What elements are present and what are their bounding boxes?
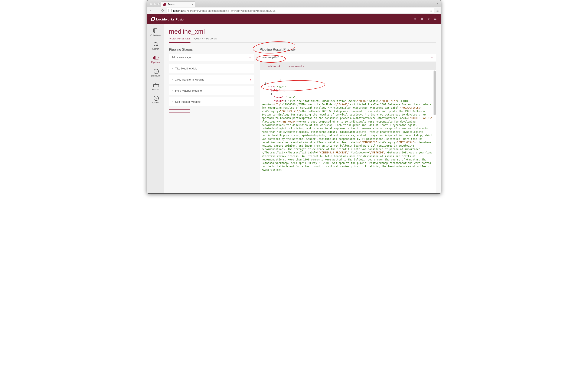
url-host: localhost <box>173 9 184 12</box>
window-minimize-icon[interactable] <box>154 3 156 5</box>
columns: Pipeline Stages Add a new stage ⌄ ≡ Tika… <box>169 48 436 193</box>
preview-tabs: edit input view results <box>260 62 436 70</box>
add-stage-label: Add a new stage <box>172 56 191 59</box>
add-stage-dropdown[interactable]: Add a new stage ⌄ <box>169 54 254 61</box>
tab-fullscreen-icon[interactable]: ⤢ <box>436 2 439 5</box>
bookmark-star-icon[interactable]: ☆ <box>429 9 432 13</box>
notifications-icon[interactable]: 🔔︎ <box>420 17 423 21</box>
scheduler-icon <box>153 69 159 74</box>
nav-forward-icon: → <box>155 8 159 13</box>
tab-close-icon[interactable]: × <box>191 3 193 6</box>
sidebar-item-label: System <box>152 101 159 104</box>
nav-reload-icon[interactable]: ⟳ <box>161 8 165 13</box>
save-button-outline[interactable] <box>169 109 190 113</box>
system-icon <box>153 95 159 101</box>
main-content: medline_xml INDEX PIPELINES QUERY PIPELI… <box>164 24 441 193</box>
sidebar-item-label: Pipelines <box>151 61 160 64</box>
preview-tab-edit-input[interactable]: edit input <box>268 64 280 68</box>
drag-handle-icon[interactable]: ≡ <box>172 78 173 81</box>
address-bar[interactable]: localhost:8764/admin/index-pipelines/med… <box>167 8 434 13</box>
pipeline-stages-heading: Pipeline Stages <box>169 48 254 52</box>
brand-name: Lucidworks Fusion <box>156 18 186 21</box>
window-zoom-icon[interactable] <box>157 3 160 5</box>
drag-handle-icon[interactable]: ≡ <box>172 89 173 92</box>
page-title: medline_xml <box>169 28 436 35</box>
sidebar-item-scheduler[interactable]: Scheduler <box>147 66 164 79</box>
stage-label: XML Transform Medline <box>175 78 205 81</box>
chevron-down-icon: ⌄ <box>431 56 433 59</box>
app-topbar: Lucidworks Fusion ⧉ 🔔︎ ? 🔒︎ <box>147 14 441 24</box>
sidebar-item-search[interactable]: Search <box>147 40 164 52</box>
search-icon <box>153 42 159 47</box>
browser-window: Fusion × ⤢ ← → ⟳ localhost:8764/admin/in… <box>147 0 441 194</box>
scrollbar[interactable] <box>434 70 436 115</box>
stage-remove-icon[interactable]: x <box>250 78 252 81</box>
browser-tabstrip: Fusion × ⤢ <box>147 0 441 7</box>
help-icon[interactable]: ? <box>428 17 429 21</box>
browser-toolbar: ← → ⟳ localhost:8764/admin/index-pipelin… <box>147 7 441 14</box>
stage-label: Solr Indexer Medline <box>175 100 200 103</box>
sidebar-item-access[interactable]: Access <box>147 80 164 92</box>
page-icon <box>168 9 171 12</box>
tab-favicon-icon <box>163 3 166 6</box>
pipelines-icon <box>153 55 159 60</box>
drag-handle-icon[interactable]: ≡ <box>172 67 173 70</box>
app-body: Collections Search Pipelines Scheduler A… <box>147 24 441 193</box>
stage-item[interactable]: ≡ Tika Medline XML <box>169 64 254 73</box>
chevron-down-icon: ⌄ <box>249 56 252 59</box>
stage-list: ≡ Tika Medline XML ≡ XML Transform Medli… <box>169 64 254 106</box>
sidebar-item-label: Access <box>152 88 159 90</box>
tab-query-pipelines[interactable]: QUERY PIPELINES <box>194 37 217 43</box>
collections-icon <box>153 28 159 33</box>
nav-back-icon[interactable]: ← <box>149 8 153 13</box>
sidebar-item-label: Scheduler <box>151 75 160 77</box>
access-icon <box>153 82 159 87</box>
sidebar-item-label: Collections <box>150 34 161 37</box>
tab-index-pipelines[interactable]: INDEX PIPELINES <box>169 37 190 43</box>
stage-label: Field Mapper Medline <box>175 89 202 92</box>
sidebar-item-collections[interactable]: Collections <box>147 26 164 38</box>
sidebar-item-label: Search <box>152 48 159 50</box>
page-tabs: INDEX PIPELINES QUERY PIPELINES <box>169 37 436 43</box>
window-close-icon[interactable] <box>150 3 152 5</box>
browser-menu-icon[interactable]: ≡ <box>436 8 439 13</box>
sidebar-item-system[interactable]: System <box>147 93 164 106</box>
pipeline-stages-column: Pipeline Stages Add a new stage ⌄ ≡ Tika… <box>169 48 254 193</box>
status-icon[interactable]: ⧉ <box>414 17 416 21</box>
drag-handle-icon[interactable]: ≡ <box>172 100 173 103</box>
lock-icon[interactable]: 🔒︎ <box>434 17 437 21</box>
brand-logo-icon <box>151 17 155 21</box>
json-input-editor[interactable]: [ { "id": "doc1", "fields": [ { "name": … <box>260 70 436 193</box>
sidebar: Collections Search Pipelines Scheduler A… <box>147 24 164 193</box>
collection-selected: medsamp2015 <box>262 56 279 59</box>
stage-item[interactable]: ≡ XML Transform Medline x <box>169 75 254 84</box>
sidebar-item-pipelines[interactable]: Pipelines <box>147 53 164 65</box>
stage-item[interactable]: ≡ Field Mapper Medline <box>169 86 254 95</box>
preview-column: Pipeline Result Preview medsamp2015 ⌄ ed… <box>260 48 436 193</box>
collection-dropdown[interactable]: medsamp2015 ⌄ <box>260 54 436 61</box>
app-root: Lucidworks Fusion ⧉ 🔔︎ ? 🔒︎ Collections … <box>147 14 441 193</box>
stage-label: Tika Medline XML <box>175 67 197 70</box>
url-path: :8764/admin/index-pipelines/medline_xml/… <box>184 9 275 12</box>
stage-item[interactable]: ≡ Solr Indexer Medline <box>169 97 254 106</box>
tab-title: Fusion <box>168 3 175 6</box>
brand[interactable]: Lucidworks Fusion <box>151 17 186 21</box>
preview-tab-view-results[interactable]: view results <box>289 64 304 68</box>
browser-tab[interactable]: Fusion × <box>161 1 195 7</box>
topbar-actions: ⧉ 🔔︎ ? 🔒︎ <box>414 17 437 21</box>
preview-heading: Pipeline Result Preview <box>260 48 436 52</box>
window-controls <box>149 3 161 7</box>
